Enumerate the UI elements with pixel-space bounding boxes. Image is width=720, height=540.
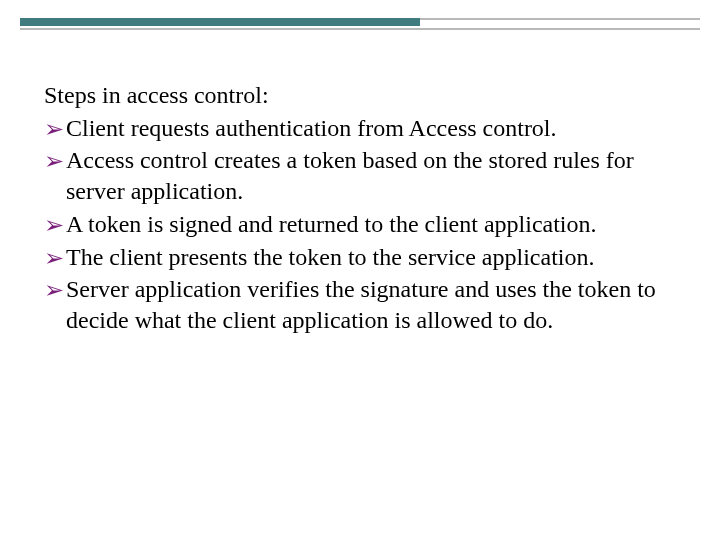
chevron-right-icon: ➢ (44, 242, 66, 273)
list-item-text: The client presents the token to the ser… (66, 242, 676, 273)
body-text: Steps in access control: ➢ Client reques… (44, 80, 676, 336)
chevron-right-icon: ➢ (44, 113, 66, 144)
list-item: ➢ Server application verifies the signat… (44, 274, 676, 335)
list-item-text: Server application verifies the signatur… (66, 274, 676, 335)
top-accent-bar (20, 18, 420, 26)
chevron-right-icon: ➢ (44, 209, 66, 240)
list-item: ➢ The client presents the token to the s… (44, 242, 676, 273)
list-item: ➢ A token is signed and returned to the … (44, 209, 676, 240)
list-item-text: A token is signed and returned to the cl… (66, 209, 676, 240)
chevron-right-icon: ➢ (44, 274, 66, 305)
list-item-text: Access control creates a token based on … (66, 145, 676, 206)
list-item: ➢ Access control creates a token based o… (44, 145, 676, 206)
list-item-text: Client requests authentication from Acce… (66, 113, 676, 144)
top-decor (0, 0, 720, 32)
slide: Steps in access control: ➢ Client reques… (0, 0, 720, 540)
chevron-right-icon: ➢ (44, 145, 66, 176)
list-heading: Steps in access control: (44, 80, 676, 111)
list-item: ➢ Client requests authentication from Ac… (44, 113, 676, 144)
